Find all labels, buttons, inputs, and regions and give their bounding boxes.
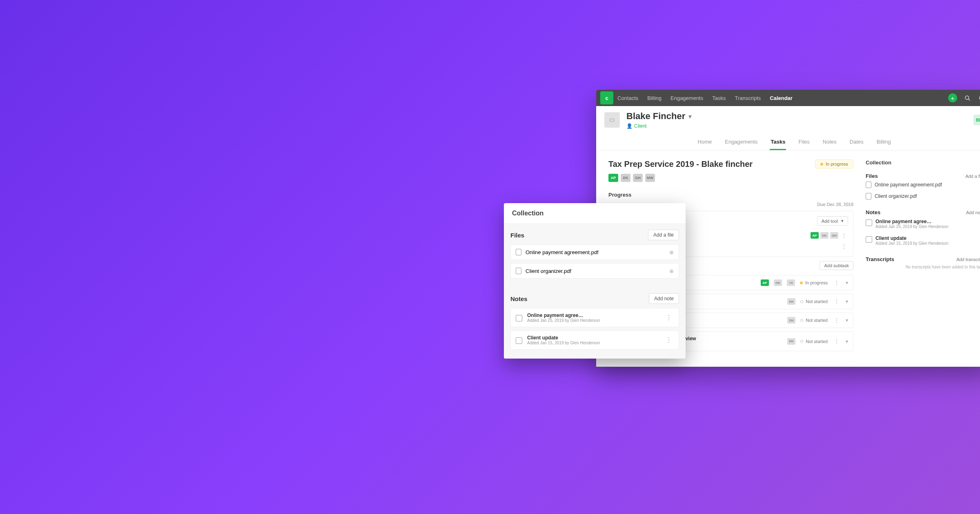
popup-files-block: Files Add a file Online payment agreemen… [504, 224, 686, 288]
tab-notes[interactable]: Notes [822, 135, 837, 150]
files-title: Files [866, 173, 878, 179]
note-icon [516, 315, 522, 321]
popup-file-row[interactable]: Online payment agreement.pdf ⊗ [510, 244, 679, 260]
assignee-chip[interactable]: MW [645, 174, 655, 182]
assignee-chip[interactable]: DK [820, 232, 829, 239]
nav-contacts[interactable]: Contacts [617, 95, 638, 101]
file-row[interactable]: Client organizer.pdf [866, 191, 980, 202]
assignee-chip[interactable]: +3 [787, 279, 795, 286]
collection-popup: Collection Files Add a file Online payme… [504, 203, 686, 359]
note-sub: Added Jan 15, 2019 by Glen Henderson [875, 241, 948, 246]
note-title: Client update [875, 235, 948, 241]
status-dot-icon [800, 281, 803, 284]
add-file-button[interactable]: Add a file [965, 174, 980, 179]
tab-billing[interactable]: Billing [876, 135, 892, 150]
popup-add-file-button[interactable]: Add a file [648, 230, 679, 240]
chevron-down-icon: ▾ [841, 218, 844, 224]
kebab-icon[interactable]: ⋮ [840, 233, 848, 238]
tab-dates[interactable]: Dates [849, 135, 864, 150]
status-cell: In progress [800, 280, 828, 285]
status-dot-icon [800, 340, 803, 343]
add-note-button[interactable]: Add note [966, 210, 980, 215]
assignee-chip[interactable]: GH [633, 174, 643, 182]
kebab-icon[interactable]: ⋮ [833, 299, 841, 304]
tab-files[interactable]: Files [797, 135, 810, 150]
note-row[interactable]: Client update Added Jan 15, 2019 by Glen… [866, 232, 980, 249]
kebab-icon[interactable]: ⋮ [833, 280, 841, 286]
kebab-icon[interactable]: ⋮ [833, 317, 841, 323]
kebab-icon[interactable]: ⋮ [664, 314, 674, 321]
search-icon[interactable] [964, 95, 971, 101]
status-text: Not started [806, 299, 828, 304]
notifications-icon[interactable]: 3 [978, 95, 980, 101]
status-text: In progress [805, 280, 828, 285]
kebab-icon[interactable]: ⋮ [833, 339, 841, 344]
note-title: Online payment agree… [527, 312, 600, 318]
assignee-chip[interactable]: AP [608, 174, 618, 182]
file-name: Online payment agreement.pdf [526, 249, 599, 255]
popup-file-row[interactable]: Client organizer.pdf ⊗ [510, 263, 679, 279]
owner-badge[interactable]: BL [973, 115, 980, 125]
file-row[interactable]: Online payment agreement.pdf [866, 179, 980, 191]
nav-transcripts[interactable]: Transcripts [735, 95, 761, 101]
chevron-down-icon[interactable]: ▾ [846, 280, 848, 286]
svg-point-0 [965, 95, 969, 99]
side-column: Collection Files Add a file Online payme… [866, 160, 980, 354]
tab-home[interactable]: Home [697, 135, 713, 150]
popup-note-row[interactable]: Client update Added Jan 15, 2019 by Glen… [510, 330, 679, 350]
assignee-chip[interactable]: GH [830, 232, 838, 239]
nav-calendar[interactable]: Calendar [770, 95, 793, 101]
assignee-chip[interactable]: DK [787, 338, 795, 345]
assignee-chip[interactable]: DK [787, 298, 795, 305]
assignee-chip[interactable]: AP [761, 279, 769, 286]
add-subtask-button[interactable]: Add subtask [820, 261, 853, 270]
client-avatar: CI [604, 112, 620, 128]
status-pill[interactable]: In progress [815, 160, 853, 168]
assignee-chip[interactable]: DK [774, 279, 782, 286]
assignee-chip[interactable]: AP [811, 232, 819, 239]
add-tool-label: Add tool [822, 219, 838, 224]
tab-tasks[interactable]: Tasks [770, 135, 786, 150]
kebab-icon[interactable]: ⋮ [664, 336, 674, 344]
status-dot-icon [800, 300, 803, 303]
nav-engagements[interactable]: Engagements [670, 95, 703, 101]
popup-add-note-button[interactable]: Add note [649, 293, 679, 304]
nav-billing[interactable]: Billing [647, 95, 662, 101]
transcripts-empty: No transcripts have been added to this t… [866, 265, 980, 269]
file-name: Online payment agreement.pdf [875, 182, 942, 188]
global-add-button[interactable]: + [948, 93, 957, 102]
client-header: CI Blake Fincher ▾ 👤 Client BL [596, 106, 980, 129]
status-text: Not started [806, 318, 828, 323]
client-role: 👤 Client [626, 123, 692, 129]
file-icon [866, 193, 871, 199]
chevron-down-icon[interactable]: ▾ [846, 317, 848, 323]
note-row[interactable]: Online payment agree… Added Jan 25, 2019… [866, 215, 980, 232]
topbar-right: + 3 [948, 93, 980, 102]
remove-icon[interactable]: ⊗ [669, 249, 674, 255]
progress-heading: Progress [608, 192, 853, 198]
svg-line-1 [969, 99, 970, 100]
avatar-initials: CI [610, 117, 615, 123]
note-icon [516, 337, 522, 344]
add-tool-button[interactable]: Add tool ▾ [817, 216, 848, 226]
client-role-text: Client [634, 123, 647, 129]
remove-icon[interactable]: ⊗ [669, 268, 674, 274]
topbar: c Contacts Billing Engagements Tasks Tra… [596, 90, 980, 106]
tab-engagements[interactable]: Engagements [724, 135, 758, 150]
popup-note-row[interactable]: Online payment agree… Added Jan 25, 2019… [510, 308, 679, 327]
chevron-down-icon[interactable]: ▾ [846, 339, 848, 344]
client-name-block: Blake Fincher ▾ 👤 Client [626, 111, 692, 129]
kebab-icon[interactable]: ⋮ [840, 244, 848, 249]
status-dot-icon [820, 163, 823, 166]
add-transcript-button[interactable]: Add transcript [956, 257, 980, 262]
assignee-chip[interactable]: DK [787, 317, 795, 323]
brand-logo[interactable]: c [600, 91, 613, 104]
chevron-down-icon[interactable]: ▾ [846, 299, 848, 304]
note-icon [866, 219, 872, 226]
assignee-chip[interactable]: DK [621, 174, 630, 182]
client-tabs: Home Engagements Tasks Files Notes Dates… [596, 135, 980, 151]
chevron-down-icon[interactable]: ▾ [688, 113, 692, 120]
popup-notes-block: Notes Add note Online payment agree… Add… [504, 288, 686, 359]
nav-tasks[interactable]: Tasks [712, 95, 726, 101]
note-sub: Added Jan 25, 2019 by Glen Henderson [527, 318, 600, 323]
